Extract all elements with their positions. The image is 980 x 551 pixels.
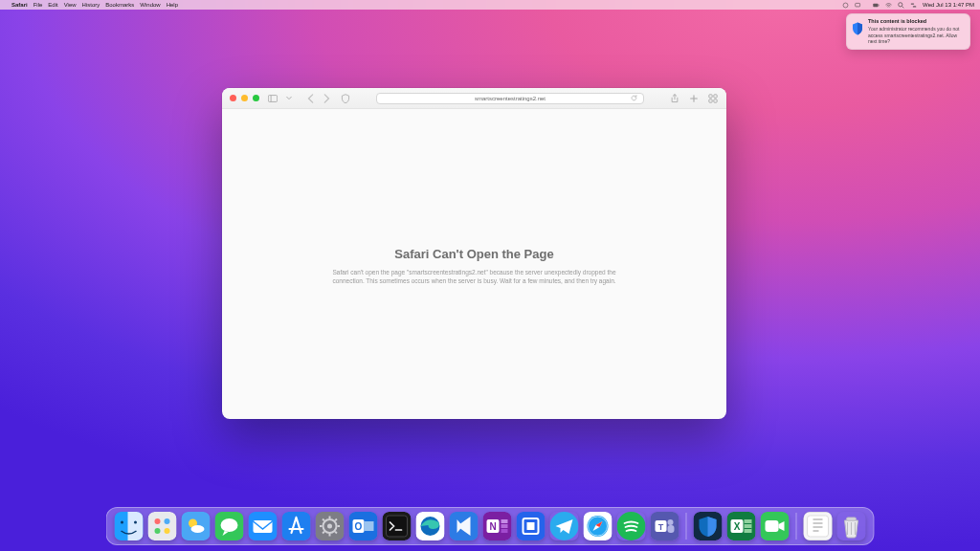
- svg-rect-15: [128, 512, 144, 540]
- dock-separator: [686, 513, 687, 540]
- dock-app-finder[interactable]: [115, 512, 144, 540]
- share-button[interactable]: [669, 93, 680, 104]
- svg-line-37: [323, 532, 324, 534]
- privacy-report-button[interactable]: [340, 93, 351, 104]
- new-tab-button[interactable]: [688, 93, 700, 104]
- error-body: Safari can't open the page "smartscreent…: [331, 269, 618, 286]
- safari-window: smartscreentestratings2.net Safari Can't…: [222, 88, 726, 419]
- svg-rect-1: [856, 3, 860, 7]
- back-button[interactable]: [305, 93, 317, 104]
- svg-rect-6: [911, 3, 915, 4]
- svg-rect-2: [873, 3, 878, 7]
- svg-point-16: [121, 521, 123, 524]
- svg-rect-10: [709, 94, 712, 97]
- status-icon-1[interactable]: [842, 2, 849, 9]
- svg-rect-56: [501, 529, 508, 533]
- svg-point-68: [668, 519, 674, 525]
- page-content: Safari Can't Open the Page Safari can't …: [222, 109, 726, 286]
- svg-rect-13: [714, 99, 717, 101]
- menubar-app-name[interactable]: Safari: [11, 2, 28, 8]
- notification-title: This content is blocked: [868, 18, 964, 25]
- svg-text:O: O: [355, 521, 363, 532]
- dock-app-system-preferences[interactable]: [316, 512, 345, 540]
- svg-rect-11: [714, 94, 717, 97]
- svg-point-25: [191, 525, 205, 533]
- svg-rect-82: [847, 518, 857, 520]
- svg-point-4: [899, 2, 902, 6]
- dock-app-excel[interactable]: X: [727, 512, 756, 540]
- safari-toolbar: smartscreentestratings2.net: [222, 88, 726, 109]
- dock-app-trash[interactable]: [837, 512, 866, 540]
- address-bar[interactable]: smartscreentestratings2.net: [376, 93, 644, 104]
- status-icon-2[interactable]: [855, 2, 861, 9]
- menu-help[interactable]: Help: [167, 2, 178, 8]
- dock-app-vscode[interactable]: [450, 512, 479, 540]
- svg-line-39: [323, 519, 324, 521]
- window-traffic-lights: [230, 95, 259, 101]
- dock-app-messages[interactable]: [215, 512, 244, 540]
- svg-point-22: [165, 528, 170, 534]
- svg-rect-74: [745, 519, 752, 533]
- window-minimize-button[interactable]: [241, 95, 248, 101]
- dock-app-onenote[interactable]: N: [483, 512, 512, 540]
- svg-point-0: [843, 3, 848, 8]
- dock-app-mail[interactable]: [249, 512, 278, 540]
- dock-app-company-portal[interactable]: [517, 512, 546, 540]
- notification-banner[interactable]: This content is blocked Your administrat…: [846, 13, 970, 50]
- sidebar-toggle-button[interactable]: [267, 93, 278, 104]
- dock-app-spotify[interactable]: [617, 512, 646, 540]
- dock-app-outlook[interactable]: O: [349, 512, 378, 540]
- shield-icon: [852, 22, 863, 35]
- window-zoom-button[interactable]: [253, 95, 259, 101]
- address-bar-url: smartscreentestratings2.net: [475, 96, 546, 101]
- svg-point-19: [155, 518, 161, 524]
- svg-rect-69: [668, 525, 675, 533]
- dock-separator: [796, 513, 797, 540]
- svg-rect-78: [766, 520, 779, 532]
- dock-app-safari[interactable]: [584, 512, 612, 540]
- dock-app-launchpad[interactable]: [148, 512, 177, 540]
- svg-point-17: [134, 521, 137, 524]
- dock-app-terminal[interactable]: [383, 512, 412, 540]
- svg-point-27: [221, 518, 238, 532]
- dock-app-telegram[interactable]: [550, 512, 579, 540]
- dock-app-weather[interactable]: [182, 512, 211, 540]
- menubar-clock[interactable]: Wed Jul 13 1:47 PM: [923, 2, 974, 8]
- svg-text:N: N: [489, 521, 496, 532]
- menu-edit[interactable]: Edit: [48, 2, 57, 8]
- dock-app-app-store[interactable]: [282, 512, 311, 540]
- dock-app-edge[interactable]: [416, 512, 445, 540]
- dock: ONTX: [106, 507, 875, 545]
- dock-app-defender[interactable]: [694, 512, 723, 540]
- wifi-icon[interactable]: [885, 2, 892, 9]
- svg-point-21: [155, 528, 161, 534]
- svg-rect-3: [879, 4, 880, 6]
- svg-rect-47: [387, 516, 408, 537]
- forward-button[interactable]: [321, 93, 332, 104]
- svg-rect-55: [501, 524, 508, 528]
- battery-icon[interactable]: [873, 2, 880, 9]
- menu-file[interactable]: File: [33, 2, 43, 8]
- svg-line-35: [335, 532, 337, 534]
- dock-app-downloads[interactable]: [804, 512, 833, 540]
- svg-line-41: [335, 519, 337, 521]
- svg-rect-45: [365, 521, 374, 531]
- tab-overview-button[interactable]: [707, 93, 719, 104]
- menu-history[interactable]: History: [82, 2, 100, 8]
- error-title: Safari Can't Open the Page: [222, 247, 726, 261]
- control-center-icon[interactable]: [910, 2, 917, 9]
- svg-text:T: T: [658, 522, 664, 532]
- menu-bookmarks[interactable]: Bookmarks: [105, 2, 134, 8]
- svg-rect-59: [527, 522, 535, 530]
- dock-app-teams[interactable]: T: [651, 512, 679, 540]
- svg-rect-29: [254, 520, 273, 533]
- search-icon[interactable]: [898, 2, 904, 9]
- menu-view[interactable]: View: [64, 2, 77, 8]
- chevron-down-icon[interactable]: [286, 96, 292, 100]
- window-close-button[interactable]: [230, 95, 236, 101]
- desktop-wallpaper: Safari File Edit View History Bookmarks …: [0, 0, 980, 551]
- dock-app-facetime[interactable]: [761, 512, 790, 540]
- svg-rect-30: [282, 512, 311, 540]
- menu-window[interactable]: Window: [140, 2, 160, 8]
- reload-icon[interactable]: [631, 95, 637, 101]
